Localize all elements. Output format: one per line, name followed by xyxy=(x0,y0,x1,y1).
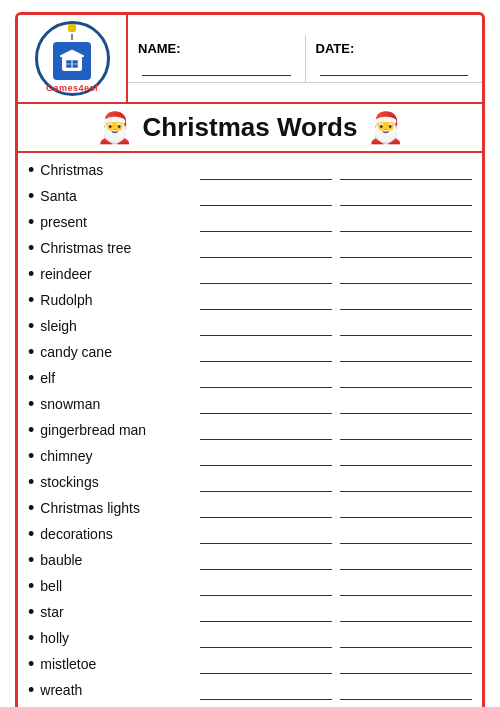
write-line-2[interactable] xyxy=(340,342,472,362)
bullet-icon: • xyxy=(28,161,34,179)
worksheet-border: Games4esl NAME: DATE: 🎅 Christ xyxy=(15,12,485,707)
write-line-1[interactable] xyxy=(200,576,332,596)
word-label: stockings xyxy=(40,474,200,490)
write-line-2[interactable] xyxy=(340,160,472,180)
page: Games4esl NAME: DATE: 🎅 Christ xyxy=(0,0,500,707)
write-line-2[interactable] xyxy=(340,654,472,674)
worksheet-title: Christmas Words xyxy=(143,112,358,143)
bullet-icon: • xyxy=(28,291,34,309)
word-row: •Rudolph xyxy=(28,287,472,313)
word-row: •mistletoe xyxy=(28,651,472,677)
write-lines-group xyxy=(200,264,472,284)
word-label: Rudolph xyxy=(40,292,200,308)
write-lines-group xyxy=(200,160,472,180)
name-date-cell: NAME: DATE: xyxy=(128,15,482,102)
bullet-icon: • xyxy=(28,603,34,621)
write-lines-group xyxy=(200,446,472,466)
word-label: present xyxy=(40,214,200,230)
write-line-1[interactable] xyxy=(200,212,332,232)
word-label: elf xyxy=(40,370,200,386)
word-label: decorations xyxy=(40,526,200,542)
write-line-1[interactable] xyxy=(200,602,332,622)
title-row: 🎅 Christmas Words 🎅 xyxy=(18,104,482,153)
write-line-1[interactable] xyxy=(200,290,332,310)
write-line-1[interactable] xyxy=(200,446,332,466)
write-line-1[interactable] xyxy=(200,160,332,180)
write-lines-group xyxy=(200,212,472,232)
write-line-1[interactable] xyxy=(200,498,332,518)
date-field: DATE: xyxy=(306,35,483,82)
write-line-2[interactable] xyxy=(340,186,472,206)
word-row: •Santa xyxy=(28,183,472,209)
write-line-1[interactable] xyxy=(200,550,332,570)
logo-cube xyxy=(53,42,91,80)
write-line-1[interactable] xyxy=(200,394,332,414)
word-label: wreath xyxy=(40,682,200,698)
write-line-1[interactable] xyxy=(200,342,332,362)
word-row: •snowman xyxy=(28,391,472,417)
write-line-1[interactable] xyxy=(200,472,332,492)
bullet-icon: • xyxy=(28,655,34,673)
write-lines-group xyxy=(200,186,472,206)
name-line[interactable] xyxy=(142,58,291,76)
write-line-2[interactable] xyxy=(340,290,472,310)
write-line-2[interactable] xyxy=(340,316,472,336)
write-line-2[interactable] xyxy=(340,238,472,258)
write-line-1[interactable] xyxy=(200,420,332,440)
write-line-2[interactable] xyxy=(340,524,472,544)
word-row: •chimney xyxy=(28,443,472,469)
write-line-1[interactable] xyxy=(200,628,332,648)
logo-text: Games4esl xyxy=(46,83,98,93)
word-row: •Santa's sack xyxy=(28,703,472,707)
word-row: •decorations xyxy=(28,521,472,547)
bullet-icon: • xyxy=(28,317,34,335)
word-label: mistletoe xyxy=(40,656,200,672)
bullet-icon: • xyxy=(28,213,34,231)
words-section: •Christmas•Santa•present•Christmas tree•… xyxy=(18,153,482,707)
word-label: candy cane xyxy=(40,344,200,360)
word-label: Christmas xyxy=(40,162,200,178)
header-top: Games4esl NAME: DATE: xyxy=(18,15,482,104)
logo-svg xyxy=(58,47,86,75)
write-lines-group xyxy=(200,368,472,388)
date-line[interactable] xyxy=(320,58,469,76)
bullet-icon: • xyxy=(28,369,34,387)
write-line-1[interactable] xyxy=(200,368,332,388)
word-label: holly xyxy=(40,630,200,646)
write-line-1[interactable] xyxy=(200,654,332,674)
write-line-2[interactable] xyxy=(340,446,472,466)
write-line-1[interactable] xyxy=(200,238,332,258)
word-row: •star xyxy=(28,599,472,625)
write-line-1[interactable] xyxy=(200,316,332,336)
ornament-top xyxy=(68,24,76,32)
bullet-icon: • xyxy=(28,239,34,257)
write-line-2[interactable] xyxy=(340,602,472,622)
bullet-icon: • xyxy=(28,187,34,205)
write-line-2[interactable] xyxy=(340,550,472,570)
write-line-2[interactable] xyxy=(340,368,472,388)
write-line-1[interactable] xyxy=(200,264,332,284)
write-line-2[interactable] xyxy=(340,576,472,596)
write-line-2[interactable] xyxy=(340,628,472,648)
logo-box: Games4esl xyxy=(35,21,110,96)
write-line-2[interactable] xyxy=(340,680,472,700)
word-label: reindeer xyxy=(40,266,200,282)
bullet-icon: • xyxy=(28,447,34,465)
write-line-1[interactable] xyxy=(200,524,332,544)
write-lines-group xyxy=(200,342,472,362)
word-row: •Christmas xyxy=(28,157,472,183)
word-row: •sleigh xyxy=(28,313,472,339)
write-line-2[interactable] xyxy=(340,472,472,492)
bullet-icon: • xyxy=(28,499,34,517)
write-line-1[interactable] xyxy=(200,186,332,206)
write-line-1[interactable] xyxy=(200,680,332,700)
word-label: gingerbread man xyxy=(40,422,200,438)
write-line-2[interactable] xyxy=(340,212,472,232)
write-lines-group xyxy=(200,550,472,570)
write-line-2[interactable] xyxy=(340,264,472,284)
word-label: star xyxy=(40,604,200,620)
write-line-2[interactable] xyxy=(340,498,472,518)
write-line-2[interactable] xyxy=(340,394,472,414)
word-row: •gingerbread man xyxy=(28,417,472,443)
write-line-2[interactable] xyxy=(340,420,472,440)
